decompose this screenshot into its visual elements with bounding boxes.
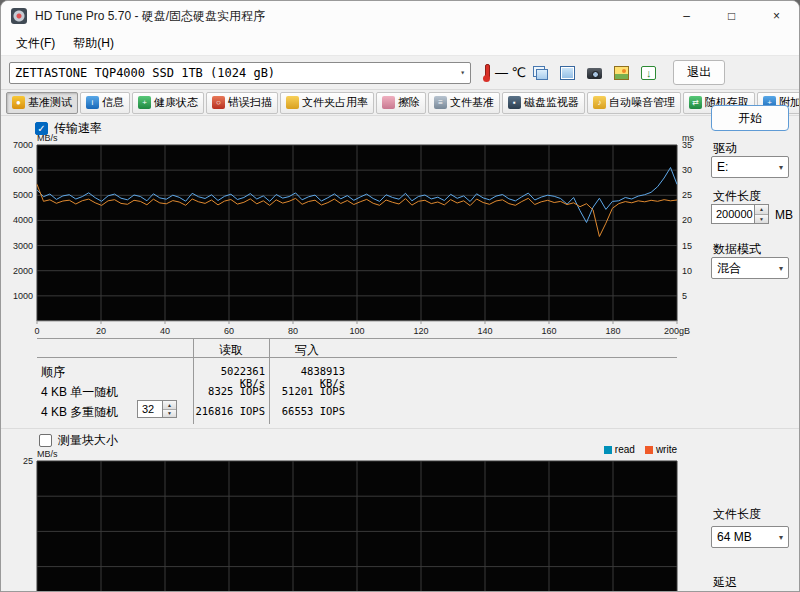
transfer-rate-chart: 1000200030004000500060007000510152025303… [7,131,707,337]
svg-text:10: 10 [682,266,692,276]
copy-add-button[interactable] [555,60,580,85]
svg-text:30: 30 [682,165,692,175]
block-size-chart: 25MB/s [7,447,707,592]
svg-text:100: 100 [349,326,364,336]
tab-erase[interactable]: 擦除 [376,92,426,114]
svg-text:180: 180 [605,326,620,336]
file-length-label: 文件长度 [713,188,761,205]
tab-file-benchmark[interactable]: ≡文件基准 [428,92,500,114]
svg-text:MB/s: MB/s [37,449,58,459]
4k-single-read-value: 8325 IOPS [191,385,265,397]
save-image-button[interactable]: ↓ [636,60,661,85]
toolbar: ZETTASTONE TQP4000 SSD 1TB (1024 gB) ▾ —… [1,56,799,90]
svg-text:7000: 7000 [13,140,33,150]
error-scan-icon: ○ [212,96,225,109]
svg-text:MB/s: MB/s [37,133,58,143]
health-icon: + [138,96,151,109]
drive-letter-select[interactable]: E: ▾ [711,156,789,178]
app-icon [11,8,27,24]
4k-multi-read-value: 216816 IOPS [191,405,265,417]
aam-icon: ♪ [593,96,606,109]
tab-aam[interactable]: ♪自动噪音管理 [587,92,681,114]
tab-label: 信息 [102,95,124,110]
drive-label: 驱动 [713,140,737,157]
block-file-length-value: 64 MB [717,530,752,544]
tab-info[interactable]: i信息 [80,92,130,114]
camera-button[interactable] [582,60,607,85]
tabbar: ●基准测试 i信息 +健康状态 ○错误扫描 文件夹占用率 擦除 ≡文件基准 ▪磁… [1,90,799,116]
file-length-value: 200000 [716,208,753,220]
tab-disk-monitor[interactable]: ▪磁盘监视器 [502,92,585,114]
svg-text:60: 60 [224,326,234,336]
menu-help[interactable]: 帮助(H) [64,32,123,55]
svg-text:160: 160 [541,326,556,336]
maximize-icon[interactable]: □ [709,1,754,31]
4k-multi-write-value: 66553 IOPS [273,405,345,417]
data-mode-select[interactable]: 混合 ▾ [711,257,789,279]
row-label-4k-multi: 4 KB 多重随机 [41,404,118,421]
exit-button[interactable]: 退出 [673,60,725,85]
spin-down-icon[interactable]: ▼ [755,215,768,224]
chevron-down-icon: ▾ [774,163,783,172]
random-access-icon: ⇄ [689,96,702,109]
svg-text:4000: 4000 [13,215,33,225]
drive-letter-value: E: [717,160,728,174]
folder-usage-icon [286,96,299,109]
copy-pages-button[interactable] [528,60,553,85]
block-file-length-label: 文件长度 [713,506,761,523]
spin-up-icon[interactable]: ▲ [755,205,768,215]
data-mode-label: 数据模式 [713,241,761,258]
table-header-divider [37,357,677,358]
file-length-spin-buttons: ▲ ▼ [755,204,769,224]
svg-text:120: 120 [413,326,428,336]
read-column-header: 读取 [193,342,269,359]
svg-text:15: 15 [682,241,692,251]
chevron-down-icon: ▾ [774,264,783,273]
file-length-spinner[interactable]: 200000 ▲ ▼ [711,204,769,224]
tab-error-scan[interactable]: ○错误扫描 [206,92,278,114]
svg-text:140: 140 [477,326,492,336]
chevron-down-icon: ▾ [455,68,465,77]
titlebar: HD Tune Pro 5.70 - 硬盘/固态硬盘实用程序 – □ × [1,1,799,31]
svg-text:20: 20 [682,215,692,225]
tab-label: 错误扫描 [228,95,272,110]
tab-folder-usage[interactable]: 文件夹占用率 [280,92,374,114]
spin-down-icon[interactable]: ▼ [163,410,176,418]
tab-label: 基准测试 [28,95,72,110]
svg-text:6000: 6000 [13,165,33,175]
tab-label: 磁盘监视器 [524,95,579,110]
window-title: HD Tune Pro 5.70 - 硬盘/固态硬盘实用程序 [35,8,265,25]
block-file-length-select[interactable]: 64 MB ▾ [711,526,789,548]
save-image-icon: ↓ [641,66,656,80]
tab-label: 自动噪音管理 [609,95,675,110]
tab-label: 文件夹占用率 [302,95,368,110]
tab-health[interactable]: +健康状态 [132,92,204,114]
image-icon [614,66,629,80]
svg-text:200gB: 200gB [664,326,690,336]
minimize-icon[interactable]: – [664,1,709,31]
svg-text:80: 80 [288,326,298,336]
menu-file[interactable]: 文件(F) [7,32,64,55]
menubar: 文件(F) 帮助(H) [1,31,799,56]
svg-text:3000: 3000 [13,241,33,251]
spin-up-icon[interactable]: ▲ [163,401,176,410]
benchmark-icon: ● [12,96,25,109]
window-controls: – □ × [664,1,799,31]
copy-add-icon [560,66,575,80]
thermometer-icon [483,64,490,82]
svg-text:5: 5 [682,291,687,301]
row-label-sequential: 顺序 [41,364,65,381]
start-button[interactable]: 开始 [711,105,789,131]
queue-depth-spinner[interactable]: 32 ▲ ▼ [137,400,177,418]
svg-text:5000: 5000 [13,190,33,200]
block-size-checkbox[interactable] [39,434,52,447]
svg-text:0: 0 [34,326,39,336]
write-column-header: 写入 [269,342,345,359]
close-icon[interactable]: × [754,1,799,31]
image-button[interactable] [609,60,634,85]
tab-benchmark[interactable]: ●基准测试 [6,92,78,114]
file-length-unit: MB [775,208,793,222]
drive-selector[interactable]: ZETTASTONE TQP4000 SSD 1TB (1024 gB) ▾ [9,62,471,84]
app-window: HD Tune Pro 5.70 - 硬盘/固态硬盘实用程序 – □ × 文件(… [0,0,800,592]
svg-text:ms: ms [682,133,694,143]
